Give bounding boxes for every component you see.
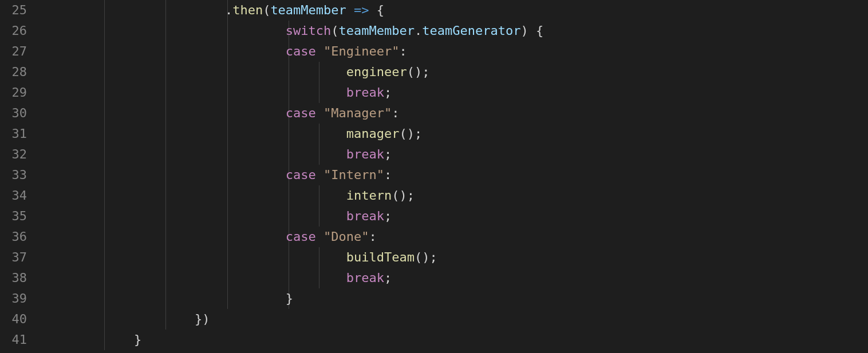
code-line[interactable]: intern(); [43, 185, 868, 206]
code-content: case "Manager": [43, 106, 400, 120]
token: break [346, 271, 384, 285]
code-area[interactable]: .then(teamMember => { switch(teamMember.… [43, 0, 868, 353]
line-number: 32 [0, 144, 27, 165]
token [316, 168, 323, 182]
token: . [415, 23, 422, 38]
token: case [286, 229, 316, 244]
token: teamMember [339, 23, 415, 38]
code-content: break; [43, 147, 392, 161]
code-line[interactable]: case "Done": [43, 227, 868, 247]
token: }) [195, 312, 210, 326]
code-content: break; [43, 209, 392, 223]
token [369, 3, 377, 17]
line-number: 38 [0, 268, 27, 288]
token [346, 3, 354, 17]
line-number: 28 [0, 62, 27, 82]
line-number: 31 [0, 124, 27, 144]
code-line[interactable]: }) [43, 309, 868, 330]
token: ( [331, 23, 338, 38]
code-line[interactable]: switch(teamMember.teamGenerator) { [43, 21, 868, 41]
token: => [354, 3, 369, 17]
token: ; [384, 85, 392, 100]
token [528, 23, 536, 38]
line-number: 36 [0, 227, 27, 247]
token [316, 44, 323, 58]
token: engineer [346, 65, 407, 79]
token: case [286, 168, 316, 182]
code-line[interactable]: engineer(); [43, 62, 868, 82]
code-line[interactable]: buildTeam(); [43, 247, 868, 268]
code-content: buildTeam(); [43, 250, 437, 264]
code-content: } [43, 291, 293, 306]
code-content: .then(teamMember => { [43, 3, 384, 17]
token: : [392, 106, 399, 120]
code-editor[interactable]: 2526272829303132333435363738394041 .then… [0, 0, 868, 353]
code-content: }) [43, 312, 210, 326]
token: break [346, 209, 384, 223]
token: . [225, 3, 232, 17]
code-line[interactable]: .then(teamMember => { [43, 0, 868, 21]
token: : [369, 229, 377, 244]
token: then [232, 3, 263, 17]
token: (); [407, 65, 430, 79]
code-content: } [43, 332, 141, 347]
token: teamGenerator [422, 23, 520, 38]
token: switch [286, 23, 331, 38]
token: teamMember [270, 3, 346, 17]
token: } [134, 332, 141, 347]
token: "Intern" [323, 168, 384, 182]
token: "Done" [323, 229, 369, 244]
code-line[interactable]: break; [43, 144, 868, 165]
line-number: 27 [0, 41, 27, 62]
token: } [286, 291, 293, 306]
token [316, 106, 323, 120]
code-line[interactable]: } [43, 330, 868, 350]
code-content: break; [43, 271, 392, 285]
token: ; [384, 209, 392, 223]
code-line[interactable]: manager(); [43, 124, 868, 144]
line-number: 25 [0, 0, 27, 21]
code-content: intern(); [43, 188, 415, 203]
token: { [377, 3, 384, 17]
code-content: case "Engineer": [43, 44, 407, 58]
line-number: 34 [0, 185, 27, 206]
token: ; [384, 271, 392, 285]
token: (); [392, 188, 415, 203]
token: : [400, 44, 407, 58]
code-content: case "Done": [43, 229, 377, 244]
line-number: 41 [0, 330, 27, 350]
line-number: 35 [0, 206, 27, 227]
code-content: engineer(); [43, 65, 430, 79]
token: (); [415, 250, 437, 264]
code-line[interactable]: case "Engineer": [43, 41, 868, 62]
token: buildTeam [346, 250, 415, 264]
code-line[interactable]: case "Manager": [43, 103, 868, 124]
token: "Manager" [323, 106, 392, 120]
token: break [346, 147, 384, 161]
token: "Engineer" [323, 44, 399, 58]
line-number: 39 [0, 288, 27, 309]
token: case [286, 106, 316, 120]
token [316, 229, 323, 244]
code-line[interactable]: break; [43, 82, 868, 103]
line-number: 30 [0, 103, 27, 124]
code-content: case "Intern": [43, 168, 392, 182]
token: manager [346, 126, 400, 141]
line-number: 40 [0, 309, 27, 330]
code-line[interactable]: break; [43, 206, 868, 227]
token: (); [400, 126, 423, 141]
code-line[interactable]: case "Intern": [43, 165, 868, 185]
code-content: switch(teamMember.teamGenerator) { [43, 23, 543, 38]
code-line[interactable]: } [43, 288, 868, 309]
line-number: 33 [0, 165, 27, 185]
line-number: 37 [0, 247, 27, 268]
code-content: break; [43, 85, 392, 100]
token: case [286, 44, 316, 58]
token: intern [346, 188, 392, 203]
token: break [346, 85, 384, 100]
token: ) [520, 23, 528, 38]
token: : [384, 168, 392, 182]
code-line[interactable]: break; [43, 268, 868, 288]
line-number-gutter: 2526272829303132333435363738394041 [0, 0, 43, 353]
line-number: 26 [0, 21, 27, 41]
